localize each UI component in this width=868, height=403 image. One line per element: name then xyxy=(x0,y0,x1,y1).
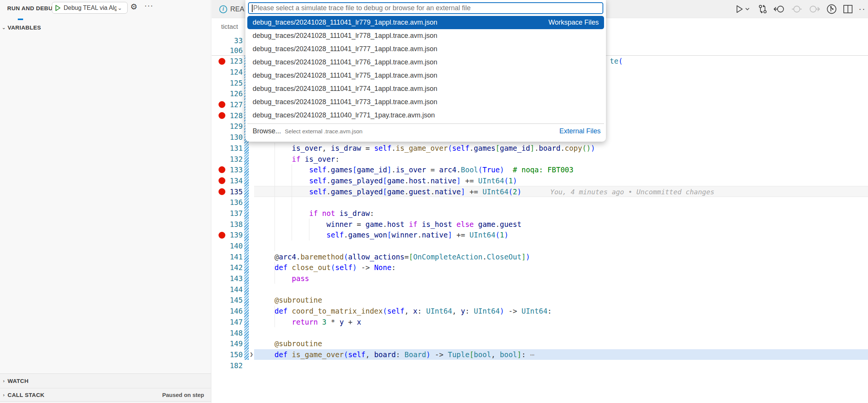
code-line[interactable]: 150❯ def is_game_over(self, board: Board… xyxy=(212,349,868,360)
code-line[interactable]: 133 self.games[game_id].is_over = arc4.B… xyxy=(212,164,868,175)
line-number[interactable]: 150 xyxy=(212,350,243,359)
watch-section-header[interactable]: › WATCH xyxy=(0,373,211,387)
line-number[interactable]: 144 xyxy=(212,285,243,294)
run-file-button[interactable] xyxy=(735,5,750,14)
code-line[interactable]: 144 xyxy=(212,284,868,295)
quickpick-input[interactable]: Please select a simulate trace file to d… xyxy=(248,2,603,14)
modified-lines-gutter xyxy=(244,153,249,164)
line-number[interactable]: 138 xyxy=(212,220,243,228)
line-number[interactable]: 130 xyxy=(212,133,243,141)
code-line[interactable]: 140 xyxy=(212,241,868,251)
sticky-line-number: 33 xyxy=(212,36,243,45)
quickpick-list: debug_traces/20241028_111041_lr779_1appl… xyxy=(245,16,606,122)
line-number[interactable]: 125 xyxy=(212,79,243,87)
line-number[interactable]: 126 xyxy=(212,89,243,98)
line-number[interactable]: 131 xyxy=(212,144,243,152)
line-number[interactable]: 133 xyxy=(212,166,243,174)
breakpoint-icon[interactable] xyxy=(219,112,225,119)
current-change-icon xyxy=(791,4,802,14)
breakpoint-icon[interactable] xyxy=(219,177,225,184)
indent-guide xyxy=(292,175,292,186)
split-editor-icon[interactable] xyxy=(843,4,853,14)
more-actions-icon[interactable]: ·· xyxy=(859,4,866,14)
code-line[interactable]: 137 if not is_draw: xyxy=(212,208,868,219)
quickpick-item-label: debug_traces/20241028_111041_lr774_1appl… xyxy=(253,85,437,93)
line-number[interactable]: 132 xyxy=(212,155,243,163)
code-line[interactable]: 132 if is_over: xyxy=(212,153,868,164)
call-stack-section-header[interactable]: › CALL STACK Paused on step xyxy=(0,388,211,402)
next-change-icon xyxy=(808,4,820,14)
start-debug-button[interactable] xyxy=(52,5,64,11)
code-line[interactable]: 141 @arc4.baremethod(allow_actions=[OnCo… xyxy=(212,251,868,262)
line-number[interactable]: 142 xyxy=(212,263,243,272)
breakpoint-icon[interactable] xyxy=(219,58,225,65)
indent-guide xyxy=(275,153,275,164)
code-line[interactable]: 134 self.games_played[game.host.native] … xyxy=(212,175,868,186)
code-line[interactable]: 131 is_over, is_draw = self.is_game_over… xyxy=(212,143,868,154)
line-number[interactable]: 139 xyxy=(212,231,243,239)
compare-changes-icon[interactable] xyxy=(758,4,768,14)
fold-chevron-icon[interactable]: ❯ xyxy=(249,349,254,360)
code-line[interactable]: 142 def close_out(self) -> None: xyxy=(212,262,868,273)
quickpick-item[interactable]: debug_traces/20241028_111041_lr775_1appl… xyxy=(245,69,606,82)
code-line[interactable]: 139 self.games_won[winner.native] += UIn… xyxy=(212,230,868,241)
line-number[interactable]: 129 xyxy=(212,122,243,130)
code-line[interactable]: 145 @subroutine xyxy=(212,295,868,306)
code-line-content: self.games[game_id].is_over = arc4.Bool(… xyxy=(254,164,868,175)
modified-lines-gutter xyxy=(244,338,249,349)
code-line[interactable]: 182 xyxy=(212,360,868,371)
code-line[interactable]: 143 pass xyxy=(212,273,868,284)
line-number[interactable]: 149 xyxy=(212,339,243,348)
line-number[interactable]: 141 xyxy=(212,253,243,261)
breakpoint-icon[interactable] xyxy=(219,232,225,239)
code-line[interactable]: 148 xyxy=(212,327,868,338)
modified-lines-gutter xyxy=(244,306,249,317)
code-line-content xyxy=(254,241,868,251)
quickpick-item[interactable]: debug_traces/20241028_111041_lr774_1appl… xyxy=(245,82,606,95)
quickpick-browse-item[interactable]: Browse... Select external .trace.avm.jso… xyxy=(245,124,606,138)
line-number[interactable]: 148 xyxy=(212,329,243,337)
code-line[interactable]: 149 @subroutine xyxy=(212,338,868,349)
avm-debug-icon[interactable] xyxy=(826,3,837,15)
quickpick-item[interactable]: debug_traces/20241028_111041_lr777_1appl… xyxy=(245,42,606,56)
more-actions-icon[interactable]: ··· xyxy=(144,1,153,10)
gear-icon[interactable]: ⚙ xyxy=(130,2,137,11)
quickpick-item-label: debug_traces/20241028_111041_lr773_1appl… xyxy=(253,98,437,106)
variables-section-header[interactable]: ⌄ VARIABLES xyxy=(0,22,211,33)
line-number[interactable]: 182 xyxy=(212,361,243,370)
quickpick-item[interactable]: debug_traces/20241028_111040_lr771_1pay.… xyxy=(245,109,606,122)
quickpick-item[interactable]: debug_traces/20241028_111041_lr773_1appl… xyxy=(245,95,606,109)
line-number[interactable]: 147 xyxy=(212,318,243,326)
code-line[interactable]: 138 winner = game.host if is_host else g… xyxy=(212,219,868,230)
line-number[interactable]: 145 xyxy=(212,296,243,304)
code-line[interactable]: 135 self.games_played[game.guest.native]… xyxy=(212,186,868,197)
line-number[interactable]: 136 xyxy=(212,198,243,206)
quickpick-item[interactable]: debug_traces/20241028_111041_lr779_1appl… xyxy=(247,16,604,29)
line-number[interactable]: 137 xyxy=(212,209,243,217)
breadcrumb-item[interactable]: tictact xyxy=(221,23,238,31)
line-number[interactable]: 128 xyxy=(212,111,243,120)
line-number[interactable]: 146 xyxy=(212,307,243,315)
quickpick-item[interactable]: debug_traces/20241028_111041_lr778_1appl… xyxy=(245,29,606,42)
line-number[interactable]: 143 xyxy=(212,274,243,283)
line-number[interactable]: 127 xyxy=(212,100,243,109)
sidebar-title: RUN AND DEBUG xyxy=(7,5,57,11)
tab-readme[interactable]: i REA xyxy=(215,0,248,18)
modified-lines-gutter xyxy=(244,284,249,295)
line-number[interactable]: 134 xyxy=(212,177,243,185)
line-number[interactable]: 135 xyxy=(212,187,243,196)
debug-config-dropdown[interactable]: Debug TEAL via AlgoKi ⌄ xyxy=(52,2,128,14)
line-number[interactable]: 124 xyxy=(212,68,243,76)
code-line-content: if is_over: xyxy=(254,153,868,164)
code-line[interactable]: 146 def coord_to_matrix_index(self, x: U… xyxy=(212,306,868,317)
code-line[interactable]: 136 xyxy=(212,197,868,208)
code-line[interactable]: 147 return 3 * y + x xyxy=(212,317,868,328)
modified-lines-gutter xyxy=(244,241,249,251)
previous-change-icon[interactable] xyxy=(773,4,785,14)
line-number[interactable]: 123 xyxy=(212,57,243,65)
browse-description: Select external .trace.avm.json xyxy=(285,128,362,134)
line-number[interactable]: 140 xyxy=(212,242,243,250)
breakpoint-icon[interactable] xyxy=(219,188,225,195)
quickpick-item[interactable]: debug_traces/20241028_111041_lr776_1appl… xyxy=(245,56,606,69)
code-line-content: is_over, is_draw = self.is_game_over(sel… xyxy=(254,143,868,154)
